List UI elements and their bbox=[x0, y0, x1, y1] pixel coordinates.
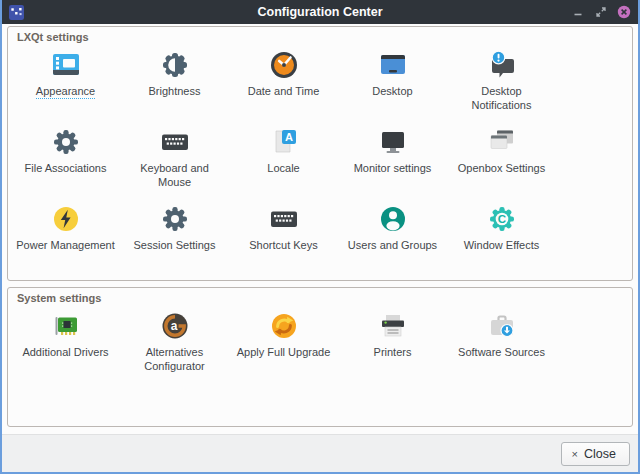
configuration-center-icon bbox=[9, 5, 24, 20]
launcher-label: Locale bbox=[267, 161, 299, 175]
launcher-monitor-settings[interactable]: Monitor settings bbox=[338, 121, 447, 198]
launcher-label: File Associations bbox=[25, 161, 107, 175]
close-dialog-button[interactable]: × Close bbox=[561, 442, 630, 466]
launcher-power-management[interactable]: Power Management bbox=[11, 198, 120, 275]
configuration-center-window: Configuration Center LXQt settingsAppear… bbox=[0, 0, 640, 474]
launcher-label: Openbox Settings bbox=[458, 161, 545, 175]
launcher-label: Apply Full Upgrade bbox=[237, 345, 331, 359]
launcher-label: Power Management bbox=[16, 238, 114, 252]
svg-text:a: a bbox=[170, 319, 177, 333]
launcher-label: Alternatives Configurator bbox=[124, 345, 226, 374]
launcher-date-and-time[interactable]: Date and Time bbox=[229, 44, 338, 121]
launcher-grid: AppearanceBrightnessDate and TimeDesktop… bbox=[8, 43, 632, 275]
shortcut-keys-icon bbox=[268, 203, 300, 235]
launcher-grid: Additional DriversaAlternatives Configur… bbox=[8, 304, 632, 413]
date-and-time-icon bbox=[268, 49, 300, 81]
group-lxqt-settings: LXQt settingsAppearanceBrightnessDate an… bbox=[7, 26, 633, 281]
apply-full-upgrade-icon bbox=[268, 310, 300, 342]
launcher-desktop[interactable]: Desktop bbox=[338, 44, 447, 121]
launcher-label: Additional Drivers bbox=[22, 345, 108, 359]
launcher-label: Brightness bbox=[149, 84, 201, 98]
software-sources-icon bbox=[486, 310, 518, 342]
content-area: LXQt settingsAppearanceBrightnessDate an… bbox=[2, 24, 638, 434]
window-title: Configuration Center bbox=[2, 5, 638, 19]
group-label: System settings bbox=[8, 288, 632, 304]
launcher-label: Desktop bbox=[372, 84, 412, 98]
additional-drivers-icon bbox=[50, 310, 82, 342]
close-button-label: Close bbox=[584, 447, 616, 461]
footer-bar: × Close bbox=[2, 434, 638, 472]
launcher-locale[interactable]: ALocale bbox=[229, 121, 338, 198]
launcher-label: Shortcut Keys bbox=[249, 238, 317, 252]
launcher-alternatives-configurator[interactable]: aAlternatives Configurator bbox=[120, 305, 229, 413]
printers-icon bbox=[377, 310, 409, 342]
session-settings-icon bbox=[159, 203, 191, 235]
launcher-keyboard-and-mouse[interactable]: Keyboard and Mouse bbox=[120, 121, 229, 198]
launcher-appearance[interactable]: Appearance bbox=[11, 44, 120, 121]
launcher-label: Users and Groups bbox=[348, 238, 437, 252]
launcher-brightness[interactable]: Brightness bbox=[120, 44, 229, 121]
appearance-icon bbox=[50, 49, 82, 81]
launcher-openbox-settings[interactable]: Openbox Settings bbox=[447, 121, 556, 198]
group-system-settings: System settingsAdditional DriversaAltern… bbox=[7, 287, 633, 427]
users-and-groups-icon bbox=[377, 203, 409, 235]
group-label: LXQt settings bbox=[8, 27, 632, 43]
launcher-software-sources[interactable]: Software Sources bbox=[447, 305, 556, 413]
close-x-icon: × bbox=[572, 448, 578, 460]
launcher-session-settings[interactable]: Session Settings bbox=[120, 198, 229, 275]
launcher-label: Printers bbox=[374, 345, 412, 359]
launcher-label: Session Settings bbox=[134, 238, 216, 252]
titlebar: Configuration Center bbox=[2, 0, 638, 24]
minimize-button[interactable] bbox=[571, 5, 585, 19]
svg-text:A: A bbox=[285, 131, 293, 143]
desktop-notifications-icon bbox=[486, 49, 518, 81]
launcher-window-effects[interactable]: CWindow Effects bbox=[447, 198, 556, 275]
maximize-button[interactable] bbox=[594, 5, 608, 19]
window-controls bbox=[571, 5, 631, 19]
openbox-settings-icon bbox=[486, 126, 518, 158]
launcher-apply-full-upgrade[interactable]: Apply Full Upgrade bbox=[229, 305, 338, 413]
launcher-label: Software Sources bbox=[458, 345, 545, 359]
launcher-label: Appearance bbox=[36, 84, 95, 99]
launcher-users-and-groups[interactable]: Users and Groups bbox=[338, 198, 447, 275]
desktop-icon bbox=[377, 49, 409, 81]
power-management-icon bbox=[50, 203, 82, 235]
launcher-file-associations[interactable]: File Associations bbox=[11, 121, 120, 198]
file-associations-icon bbox=[50, 126, 82, 158]
launcher-additional-drivers[interactable]: Additional Drivers bbox=[11, 305, 120, 413]
svg-text:C: C bbox=[497, 213, 505, 225]
brightness-icon bbox=[159, 49, 191, 81]
launcher-label: Desktop Notifications bbox=[451, 84, 553, 113]
locale-icon: A bbox=[268, 126, 300, 158]
launcher-desktop-notifications[interactable]: Desktop Notifications bbox=[447, 44, 556, 121]
launcher-label: Keyboard and Mouse bbox=[124, 161, 226, 190]
keyboard-and-mouse-icon bbox=[159, 126, 191, 158]
launcher-shortcut-keys[interactable]: Shortcut Keys bbox=[229, 198, 338, 275]
close-button[interactable] bbox=[617, 5, 631, 19]
alternatives-configurator-icon: a bbox=[159, 310, 191, 342]
launcher-label: Date and Time bbox=[248, 84, 320, 98]
window-effects-icon: C bbox=[486, 203, 518, 235]
launcher-label: Window Effects bbox=[464, 238, 540, 252]
monitor-settings-icon bbox=[377, 126, 409, 158]
launcher-label: Monitor settings bbox=[354, 161, 432, 175]
launcher-printers[interactable]: Printers bbox=[338, 305, 447, 413]
